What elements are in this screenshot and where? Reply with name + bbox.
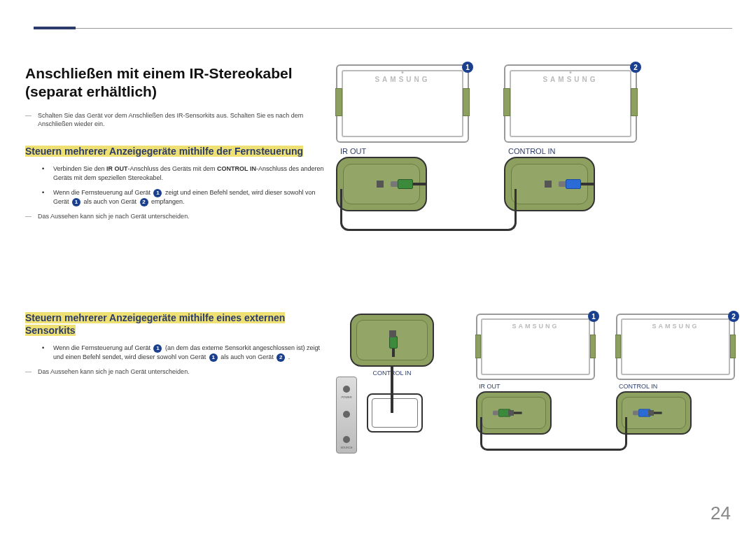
badge-1-icon: 1	[209, 353, 218, 362]
sensor-control-in-port	[350, 314, 434, 367]
badge-1-icon: 1	[153, 189, 162, 197]
badge-1-icon: 1	[462, 62, 473, 73]
section2-note: Das Aussehen kann sich je nach Gerät unt…	[25, 367, 326, 376]
badge-1-icon: 1	[72, 198, 80, 206]
plug-blue-icon	[566, 179, 594, 189]
badge-2-icon: 2	[140, 198, 148, 206]
monitor-brand-label: SAMSUNG	[477, 323, 594, 330]
monitor-brand-label: SAMSUNG	[617, 323, 734, 330]
plug-green-icon	[398, 179, 426, 189]
control-in-label: CONTROL IN	[508, 147, 637, 155]
top-accent-bar	[34, 27, 76, 29]
remote-control-icon: POWER SOURCE	[336, 377, 357, 454]
badge-2-icon: 2	[630, 62, 641, 73]
left-column: Anschließen mit einem IR-Stereokabel (se…	[25, 64, 326, 233]
badge-2-icon: 2	[728, 311, 739, 322]
monitor-brand-label: SAMSUNG	[337, 76, 468, 83]
ir-out-label: IR OUT	[340, 147, 469, 155]
intro-note: Schalten Sie das Gerät vor dem Anschließ…	[25, 111, 326, 128]
page-title: Anschließen mit einem IR-Stereokabel (se…	[25, 64, 326, 101]
section1-note: Das Aussehen kann sich je nach Gerät unt…	[25, 212, 326, 220]
section2-heading: Steuern mehrerer Anzeigegeräte mithilfe …	[25, 311, 326, 337]
section2-text: Steuern mehrerer Anzeigegeräte mithilfe …	[25, 311, 326, 389]
section2-bullet1: Wenn die Fernsteuerung auf Gerät 1 (an d…	[25, 344, 326, 362]
monitor-2: SAMSUNG 2 CONTROL IN	[616, 314, 735, 435]
monitor-2: SAMSUNG 2 CONTROL IN	[504, 64, 637, 211]
cable-icon	[391, 365, 393, 395]
control-in-label: CONTROL IN	[619, 383, 735, 390]
control-in-port	[616, 391, 692, 435]
badge-2-icon: 2	[276, 353, 285, 362]
cable-icon	[340, 189, 517, 231]
monitor-brand-label: SAMSUNG	[505, 76, 636, 83]
cable-icon	[480, 417, 627, 451]
badge-1-icon: 1	[588, 311, 599, 322]
control-in-port	[504, 157, 595, 211]
ir-out-label: IR OUT	[479, 383, 595, 390]
section1-bullet1: Verbinden Sie den IR OUT-Anschluss des G…	[25, 164, 326, 183]
ir-receiver-icon	[367, 393, 423, 433]
cable-icon	[391, 395, 393, 413]
plug-green-icon	[389, 336, 398, 357]
top-rule	[34, 28, 732, 29]
section1-bullet2: Wenn die Fernsteuerung auf Gerät 1 zeigt…	[25, 188, 326, 206]
diagram-section1: SAMSUNG 1 IR OUT SAMSUNG 2 CON	[336, 64, 732, 211]
page-number: 24	[710, 503, 731, 524]
section1-heading: Steuern mehrerer Anzeigegeräte mithilfe …	[25, 145, 326, 157]
badge-1-icon: 1	[153, 344, 162, 353]
